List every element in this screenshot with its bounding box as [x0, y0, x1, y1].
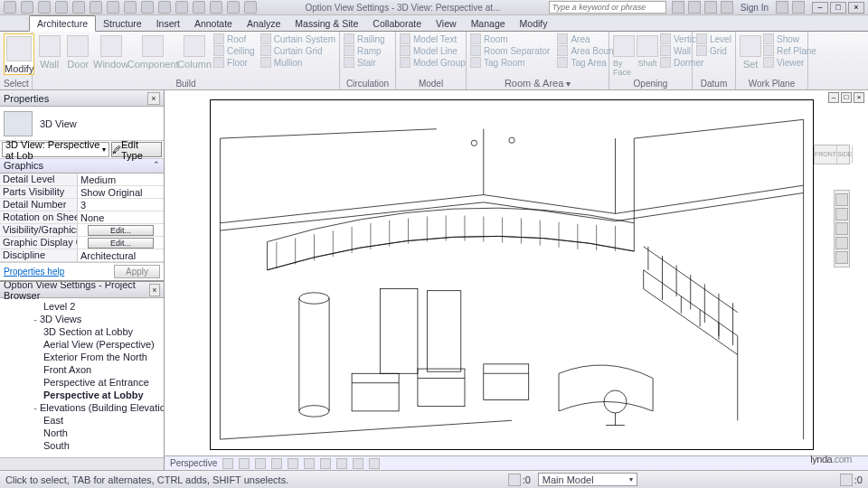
view-cube[interactable]: FRONT SIDE	[814, 145, 850, 164]
star-icon[interactable]	[704, 1, 717, 14]
view-close-button[interactable]: ×	[854, 92, 864, 103]
status-filter-icon[interactable]	[840, 474, 853, 486]
property-row[interactable]: Graphic Display O...Edit...	[0, 237, 164, 249]
tree-node[interactable]: -3D Views	[0, 313, 164, 325]
qat-print-icon[interactable]	[90, 1, 102, 14]
tab-annotate[interactable]: Annotate	[187, 16, 240, 31]
design-options-combo[interactable]: Main Model	[538, 473, 637, 486]
tree-twisty-icon[interactable]: -	[31, 314, 40, 324]
property-row[interactable]: DisciplineArchitectural	[0, 249, 164, 262]
nav-zoom-icon[interactable]	[835, 222, 848, 235]
wall-button[interactable]: Wall	[36, 33, 63, 70]
infocenter-icon[interactable]	[672, 1, 684, 14]
qat-icon[interactable]	[210, 1, 222, 14]
nav-pan-icon[interactable]	[835, 208, 848, 221]
view-minimize-button[interactable]: –	[828, 92, 839, 103]
stair-button[interactable]: Stair	[344, 57, 385, 68]
property-row[interactable]: Parts VisibilityShow Original	[0, 186, 164, 199]
close-icon[interactable]: ×	[149, 284, 160, 296]
properties-help-link[interactable]: Properties help	[4, 267, 64, 277]
room-separator-button[interactable]: Room Separator	[470, 45, 550, 56]
model-text-button[interactable]: Model Text	[400, 33, 466, 44]
reveal-icon[interactable]	[369, 458, 380, 469]
tab-manage[interactable]: Manage	[464, 16, 513, 31]
grid-button[interactable]: Grid	[696, 45, 731, 56]
tab-view[interactable]: View	[429, 16, 464, 31]
minimize-button[interactable]: –	[812, 2, 828, 14]
floor-button[interactable]: Floor	[213, 57, 255, 68]
instance-combo[interactable]: 3D View: Perspective at Lob	[2, 142, 109, 157]
qat-icon[interactable]	[141, 1, 154, 14]
tab-collaborate[interactable]: Collaborate	[365, 16, 429, 31]
door-button[interactable]: Door	[65, 33, 92, 70]
temp-hide-icon[interactable]	[353, 458, 363, 469]
group-header[interactable]: Graphics⌃	[0, 159, 164, 174]
close-button[interactable]: ×	[848, 2, 864, 14]
tab-analyze[interactable]: Analyze	[240, 16, 288, 31]
nav-look-icon[interactable]	[835, 251, 848, 264]
edit-button[interactable]: Edit...	[88, 225, 154, 236]
tree-node[interactable]: 3D Section at Lobby	[0, 325, 164, 338]
viewcube-front[interactable]: FRONT	[815, 145, 837, 164]
subscription-icon[interactable]	[688, 1, 701, 14]
property-value[interactable]: Edit...	[78, 224, 164, 236]
crop-view-icon[interactable]	[304, 458, 315, 469]
column-button[interactable]: Column	[177, 33, 212, 70]
qat-icon[interactable]	[107, 1, 119, 14]
exchange-icon[interactable]	[776, 1, 788, 14]
qat-icon[interactable]	[244, 1, 257, 14]
tree-node[interactable]: Exterior From the North	[0, 351, 164, 363]
room-button[interactable]: Room	[470, 33, 550, 44]
mullion-button[interactable]: Mullion	[260, 57, 335, 68]
nav-wheel-icon[interactable]	[835, 193, 848, 206]
tab-insert[interactable]: Insert	[149, 16, 187, 31]
tree-node[interactable]: -Elevations (Building Elevation)	[0, 401, 164, 414]
level-button[interactable]: Level	[696, 33, 731, 44]
model-group-button[interactable]: Model Group	[400, 57, 466, 68]
property-value[interactable]: Show Original	[78, 186, 164, 198]
tree-node[interactable]: Perspective at Lobby	[0, 389, 164, 401]
drawing-area[interactable]	[210, 99, 814, 450]
qat-save-icon[interactable]	[38, 1, 51, 14]
visual-style-icon[interactable]	[239, 458, 250, 469]
tab-structure[interactable]: Structure	[96, 16, 149, 31]
tag-room-button[interactable]: Tag Room	[470, 57, 550, 68]
close-icon[interactable]: ×	[147, 92, 160, 105]
tree-node[interactable]: Perspective at Entrance	[0, 376, 164, 389]
by-face-button[interactable]: By Face	[613, 33, 635, 77]
edit-type-button[interactable]: 🖉 Edit Type	[111, 142, 162, 157]
property-value[interactable]: 3	[78, 199, 164, 211]
edit-button[interactable]: Edit...	[88, 238, 154, 249]
qat-icon[interactable]	[227, 1, 240, 14]
railing-button[interactable]: Railing	[344, 33, 385, 44]
ref-plane-button[interactable]: Ref Plane	[763, 45, 816, 56]
tab-architecture[interactable]: Architecture	[29, 15, 96, 32]
qat-icon[interactable]	[124, 1, 137, 14]
property-value[interactable]: None	[78, 211, 164, 223]
rendering-icon[interactable]	[288, 458, 298, 469]
ramp-button[interactable]: Ramp	[344, 45, 385, 56]
tree-node[interactable]: Level 2	[0, 300, 164, 313]
browser-scrollbar[interactable]	[0, 457, 164, 470]
tab-modify[interactable]: Modify	[513, 16, 555, 31]
qat-icon[interactable]	[193, 1, 205, 14]
tab-massing-site[interactable]: Massing & Site	[288, 16, 365, 31]
property-value[interactable]: Medium	[78, 174, 164, 185]
tree-node[interactable]: Front Axon	[0, 363, 164, 376]
sign-in-link[interactable]: Sign In	[741, 3, 769, 13]
apply-button[interactable]: Apply	[114, 265, 160, 278]
app-icon[interactable]	[4, 1, 16, 14]
qat-icon[interactable]	[175, 1, 188, 14]
qat-redo-icon[interactable]	[72, 1, 85, 14]
tree-node[interactable]: North	[0, 427, 164, 439]
curtain-grid-button[interactable]: Curtain Grid	[260, 45, 335, 56]
property-value[interactable]: Architectural	[78, 249, 164, 261]
window-button[interactable]: Window	[93, 33, 128, 70]
shaft-button[interactable]: Shaft	[637, 33, 658, 68]
property-row[interactable]: Visibility/Graphics...Edit...	[0, 224, 164, 237]
property-row[interactable]: Detail LevelMedium	[0, 174, 164, 186]
search-input[interactable]	[549, 1, 666, 14]
type-selector[interactable]: 3D View	[0, 107, 164, 141]
crop-region-icon[interactable]	[320, 458, 331, 469]
tree-node[interactable]: East	[0, 414, 164, 427]
